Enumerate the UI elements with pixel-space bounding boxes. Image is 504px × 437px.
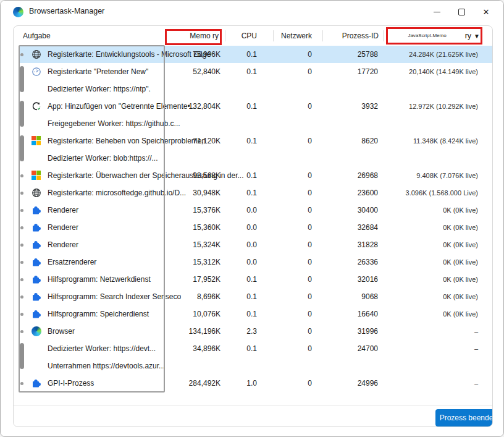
ms-logo-icon (32, 136, 41, 146)
puzzle-icon (32, 223, 41, 232)
table-row[interactable]: Dedizierter Worker: https://ntp". (19, 80, 493, 98)
cpu-value: 0.1 (223, 305, 257, 323)
cpu-value: 0.1 (223, 167, 257, 184)
puzzle-icon (32, 257, 41, 267)
table-row[interactable]: Registerkarte "Pretender New" 52,840K 0.… (19, 63, 493, 80)
network-value: 0 (278, 167, 312, 184)
table-row[interactable]: Registerkarte: Beheben von Speicherprobl… (19, 132, 493, 150)
table-row[interactable]: Freigegebener Worker: https://github.c..… (19, 115, 493, 132)
column-header-memory[interactable]: Memo ry (159, 32, 219, 40)
js-memory-value: 0K (0K live) (366, 305, 478, 323)
network-value: 0 (278, 219, 312, 236)
js-memory-value: 0K (0K live) (366, 236, 478, 253)
no-icon (32, 119, 41, 129)
network-value: 0 (278, 63, 312, 80)
puzzle-icon (32, 205, 41, 215)
table-row[interactable]: Renderer 15,360K 0.0 0 32684 0K (0K live… (19, 219, 493, 236)
group-marker (20, 343, 24, 369)
table-row[interactable]: GPI-I-Prozess 284,492K 1.0 0 24996 – (19, 375, 493, 392)
puzzle-icon (32, 274, 41, 284)
task-label: Browser (48, 323, 75, 340)
column-header-javascript-memory[interactable]: JavaScript-Memo ry ▼ (378, 32, 480, 40)
cpu-value: 1.0 (223, 375, 257, 392)
no-icon (32, 153, 41, 163)
sync-check-icon (32, 101, 41, 111)
cpu-value: 0.1 (223, 184, 257, 202)
memory-value: 71,120K (159, 132, 220, 150)
puzzle-icon (32, 309, 41, 319)
column-header-prozess-id[interactable]: Prozess-ID (326, 32, 379, 40)
table-row[interactable]: Renderer 15,376K 0.0 0 30400 0K (0K live… (19, 202, 493, 219)
group-marker (20, 66, 24, 92)
table-row[interactable]: Browser 134,196K 2.3 0 31996 – (19, 323, 493, 340)
table-row[interactable]: Dedizierter Worker: https://devt... 34,8… (19, 340, 493, 357)
group-marker (20, 313, 23, 316)
task-label: Renderer (48, 202, 78, 219)
no-icon (32, 344, 41, 354)
js-memory-label-small: JavaScript-Memo (408, 33, 446, 38)
table-row[interactable]: Renderer 15,324K 0.0 0 31828 0K (0K live… (19, 236, 493, 253)
js-memory-value: 0K (0K live) (366, 219, 478, 236)
header-separator (383, 30, 384, 41)
group-marker (20, 330, 23, 333)
column-header-cpu[interactable]: CPU (223, 32, 257, 40)
table-row[interactable]: Hilfsprogramm: Speicherdienst 10,076K 0.… (19, 305, 493, 323)
rows-container: Registerkarte: Entwicklungstools - Micro… (19, 46, 493, 392)
globe-icon (32, 188, 41, 198)
js-memory-value: 11.348K (8.424K live) (366, 132, 478, 150)
sort-descending-icon: ▼ (474, 32, 480, 39)
js-memory-value: 24.284K (21.625K live) (366, 46, 478, 63)
titlebar: Browsertask-Manager ✕ (1, 1, 503, 23)
network-value: 0 (278, 375, 312, 392)
memory-value: 10,076K (159, 305, 220, 323)
task-label: Unterrahmen https://devtools.azur... (48, 357, 165, 375)
group-marker (20, 53, 23, 56)
table-row[interactable]: Hilfsprogramm: Search Indexer Senseco 8,… (19, 288, 493, 305)
task-label: Ersatzrenderer (48, 253, 96, 271)
cpu-value: 0.0 (223, 253, 257, 271)
table-row[interactable]: Registerkarte: Entwicklungstools - Micro… (19, 46, 493, 63)
network-value: 0 (278, 46, 312, 63)
column-header-netzwerk[interactable]: Netzwerk (278, 32, 312, 40)
puzzle-icon (32, 292, 41, 302)
network-value: 0 (278, 202, 312, 219)
memory-value: 93,568K (159, 167, 220, 184)
cpu-value: 0.0 (223, 202, 257, 219)
edge-logo-icon (13, 7, 23, 17)
js-memory-value: 0K (0K live) (366, 271, 478, 288)
table-header: Aufgabe Memo ry CPU Netzwerk Prozess-ID … (14, 26, 493, 45)
table-row[interactable]: App: Hinzufügen von "Getrennte Elemente•… (19, 98, 493, 115)
js-memory-value: – (366, 340, 478, 357)
network-value: 0 (278, 184, 312, 202)
browser-task-manager-window: Browsertask-Manager ✕ Aufgabe Memo ry CP… (0, 0, 504, 437)
table-row[interactable]: Unterrahmen https://devtools.azur... (19, 357, 493, 375)
memory-value: 15,312K (159, 253, 220, 271)
cpu-value: 0.1 (223, 132, 257, 150)
table-row[interactable]: Registerkarte: Überwachen der Speicherau… (19, 167, 493, 184)
task-label: Dedizierter Worker: https://ntp". (48, 80, 151, 98)
group-marker (20, 192, 23, 195)
end-process-button[interactable]: Prozess beende (435, 409, 493, 426)
memory-value: 134,196K (159, 323, 220, 340)
js-memory-value: 0K (0K live) (366, 202, 478, 219)
network-value: 0 (278, 305, 312, 323)
close-button[interactable]: ✕ (474, 1, 498, 23)
footer-divider (14, 405, 493, 406)
minimize-button[interactable] (424, 1, 449, 23)
group-marker (20, 278, 23, 281)
memory-value: 52,840K (159, 63, 220, 80)
table-row[interactable]: Hilfsprogramm: Netzwerkdienst 17,952K 0.… (19, 271, 493, 288)
table-row[interactable]: Ersatzrenderer 15,312K 0.0 0 26336 0K (0… (19, 253, 493, 271)
table-row[interactable]: Dedizierter Worker: blob:https://... (19, 150, 493, 167)
task-label: Dedizierter Worker: blob:https://... (48, 150, 158, 167)
task-label: GPI-I-Prozess (48, 375, 94, 392)
group-marker (20, 135, 24, 161)
cpu-value: 2.3 (223, 323, 257, 340)
maximize-button[interactable] (449, 1, 474, 23)
maximize-icon (458, 9, 465, 15)
memory-value: 75,996K (159, 46, 220, 63)
column-header-aufgabe[interactable]: Aufgabe (23, 32, 51, 40)
header-separator (322, 30, 323, 41)
table-row[interactable]: Registerkarte: microsoftedge.github.io/D… (19, 184, 493, 202)
js-memory-value: 0K (0K live) (366, 253, 478, 271)
